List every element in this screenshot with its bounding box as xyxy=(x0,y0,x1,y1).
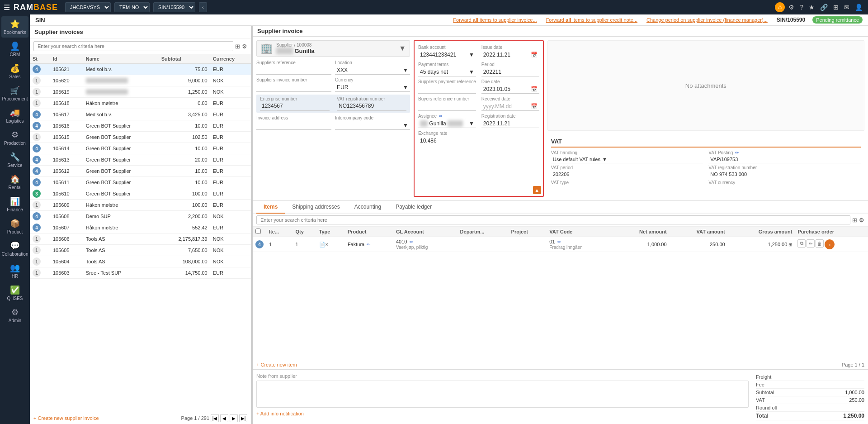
vat-posting-value[interactable]: VAP/109753 xyxy=(708,155,861,163)
table-row[interactable]: 4 105613 Green BOT Supplier 20.00 EUR xyxy=(30,154,251,166)
table-row[interactable]: 1 105603 Sree - Test SUP 14,750.00 EUR xyxy=(30,267,251,279)
row-expand-btn[interactable]: › xyxy=(825,239,835,249)
suppliers-reference-value[interactable] xyxy=(256,66,331,75)
country-select[interactable]: TEM-NO xyxy=(114,2,150,12)
invoices-filter-button[interactable]: ⊞ xyxy=(235,43,240,50)
vat-type-value[interactable] xyxy=(551,185,703,193)
forward-items-action[interactable]: Forward all items to supplier invoice... xyxy=(453,17,537,23)
add-notification-link[interactable]: + Add info notification xyxy=(256,411,749,416)
due-date-calendar-icon[interactable]: 📅 xyxy=(531,86,538,92)
sidebar-item-finance[interactable]: 📊 Finance xyxy=(1,194,28,215)
settings-icon[interactable]: ⚙ xyxy=(787,3,796,12)
items-search-input[interactable] xyxy=(256,215,850,224)
table-row[interactable]: 1 105619 ████████████ 1,250.00 NOK xyxy=(30,86,251,98)
note-textarea[interactable] xyxy=(256,381,749,408)
due-date-value[interactable]: 2023.01.05 📅 xyxy=(481,85,539,94)
table-row[interactable]: 3 105610 Green BOT Supplier 100.00 EUR xyxy=(30,188,251,200)
tab-items[interactable]: Items xyxy=(256,201,285,214)
sidebar-item-hr[interactable]: 👥 HR xyxy=(1,260,28,281)
table-row[interactable]: 4 1 1 📄× Faktura ✏ xyxy=(253,237,868,252)
table-row[interactable]: 4 105616 Green BOT Supplier 10.00 EUR xyxy=(30,120,251,132)
vat-registration-value[interactable]: NO123456789 xyxy=(337,102,406,111)
buyers-ref-value[interactable] xyxy=(418,102,476,111)
currency-value[interactable]: EUR ▼ xyxy=(335,83,410,92)
sidebar-item-crm[interactable]: 👤 CRM xyxy=(1,38,28,60)
mail-icon[interactable]: ✉ xyxy=(842,3,851,12)
location-value[interactable]: XXX ▼ xyxy=(335,66,410,75)
suppliers-payment-ref-value[interactable] xyxy=(418,85,476,94)
table-row[interactable]: 4 105612 Green BOT Supplier 10.00 EUR xyxy=(30,166,251,177)
tab-payable[interactable]: Payable ledger xyxy=(388,201,439,214)
table-row[interactable]: 1 105618 Håkon mølstre 0.00 EUR xyxy=(30,98,251,109)
table-row[interactable]: 1 105605 Tools AS 7,650.00 NOK xyxy=(30,245,251,256)
user-icon[interactable]: 👤 xyxy=(853,3,864,12)
row-gl-link[interactable]: ✏ xyxy=(410,239,413,244)
row-copy-btn[interactable]: ⧉ xyxy=(797,239,806,248)
star-icon[interactable]: ★ xyxy=(807,3,816,12)
tab-accounting[interactable]: Accounting xyxy=(347,201,388,214)
table-row[interactable]: 1 105604 Tools AS 108,000.00 NOK xyxy=(30,256,251,267)
table-row[interactable]: 4 105617 Medisol b.v. 3,425.00 EUR xyxy=(30,109,251,120)
company-select[interactable]: JHCDEVSYS xyxy=(65,2,111,12)
hamburger-menu[interactable]: ☰ xyxy=(4,3,10,12)
table-row[interactable]: 4 105621 Medisol b.v. 75.00 EUR xyxy=(30,64,251,75)
pg-next[interactable]: ▶ xyxy=(230,414,238,422)
exchange-rate-value[interactable]: 10.486 xyxy=(418,136,476,145)
invoices-settings-button[interactable]: ⚙ xyxy=(242,43,247,50)
sidebar-item-logistics[interactable]: 🚚 Logistics xyxy=(1,105,28,126)
table-row[interactable]: 1 105606 Tools AS 2,175,817.39 NOK xyxy=(30,233,251,245)
table-row[interactable]: 4 105614 Green BOT Supplier 10.00 EUR xyxy=(30,143,251,154)
issue-date-value[interactable]: 2022.11.21 📅 xyxy=(481,50,539,59)
suppliers-invoice-number-value[interactable] xyxy=(256,83,331,92)
nav-back-button[interactable]: ‹ xyxy=(199,2,207,12)
registration-date-value[interactable]: 2022.11.21 xyxy=(481,119,539,128)
vat-currency-value[interactable] xyxy=(708,185,861,193)
change-period-action[interactable]: Change period on supplier invoice (finan… xyxy=(646,17,768,23)
items-filter-button[interactable]: ⊞ xyxy=(852,217,857,224)
row-vat-link[interactable]: ✏ xyxy=(557,239,561,244)
sidebar-item-qhses[interactable]: ✅ QHSES xyxy=(1,282,28,304)
row-delete-btn[interactable]: 🗑 xyxy=(816,239,824,248)
create-item-link[interactable]: + Create new item xyxy=(256,362,297,367)
pg-prev[interactable]: ◀ xyxy=(220,414,228,422)
items-settings-button[interactable]: ⚙ xyxy=(859,217,864,224)
table-row[interactable]: 4 105608 Demo SUP 2,200.00 NOK xyxy=(30,211,251,222)
panel-corner-button[interactable]: ▲ xyxy=(533,186,541,194)
bank-account-value[interactable]: 123441233421 ▼ xyxy=(418,50,476,59)
sidebar-item-procurement[interactable]: 🛒 Procurement xyxy=(1,83,28,104)
sidebar-item-service[interactable]: 🔧 Service xyxy=(1,149,28,171)
table-row[interactable]: 1 105609 Håkon mølstre 100.00 EUR xyxy=(30,200,251,211)
sidebar-item-sales[interactable]: 💰 Sales xyxy=(1,61,28,82)
link-icon[interactable]: 🔗 xyxy=(818,3,830,12)
sidebar-item-rental[interactable]: 🏠 Rental xyxy=(1,172,28,193)
sidebar-item-product[interactable]: 📦 Product xyxy=(1,216,28,237)
table-row[interactable]: 1 105620 ████████████ 9,000.00 NOK xyxy=(30,75,251,86)
row-edit-btn[interactable]: ✏ xyxy=(807,239,815,248)
vat-period-value[interactable]: 202206 xyxy=(551,170,703,178)
forward-credit-action[interactable]: Forward all items to supplier credit not… xyxy=(546,17,637,23)
pg-first[interactable]: |◀ xyxy=(211,414,219,422)
create-invoice-link[interactable]: + Create new supplier invoice xyxy=(33,415,99,421)
row-checkbox-cell[interactable]: 4 xyxy=(253,237,266,252)
document-select[interactable]: SIN/105590 xyxy=(153,2,195,12)
items-select-all[interactable] xyxy=(255,229,261,234)
enterprise-number-value[interactable]: 1234567 xyxy=(260,102,330,111)
assignee-value[interactable]: ██ Gunilla ████ ▼ xyxy=(418,119,476,128)
alert-icon[interactable]: ⚠ xyxy=(775,2,785,12)
sidebar-item-production[interactable]: ⚙ Production xyxy=(1,127,28,148)
vat-posting-link-icon[interactable]: ✏ xyxy=(735,150,739,155)
invoices-search-input[interactable] xyxy=(33,41,233,51)
assignee-link-icon[interactable]: ✏ xyxy=(439,114,443,119)
tab-shipping[interactable]: Shipping addresses xyxy=(285,201,347,214)
vat-reg-number-value[interactable]: NO 974 533 000 xyxy=(708,170,861,178)
table-row[interactable]: 4 105611 Green BOT Supplier 10.00 EUR xyxy=(30,177,251,188)
supplier-dropdown-button[interactable]: ▼ xyxy=(399,44,406,52)
sidebar-item-collaboration[interactable]: 💬 Collaboration xyxy=(1,238,28,259)
table-row[interactable]: 1 105615 Green BOT Supplier 102.50 EUR xyxy=(30,132,251,143)
grid-icon[interactable]: ⊞ xyxy=(831,3,840,12)
received-date-value[interactable]: yyyy.MM.dd 📅 xyxy=(481,102,539,111)
invoice-address-value[interactable] xyxy=(256,121,331,130)
sidebar-item-bookmarks[interactable]: ⭐ Bookmarks xyxy=(1,16,28,38)
row-product-link[interactable]: ✏ xyxy=(367,242,370,247)
received-date-calendar-icon[interactable]: 📅 xyxy=(531,103,538,110)
